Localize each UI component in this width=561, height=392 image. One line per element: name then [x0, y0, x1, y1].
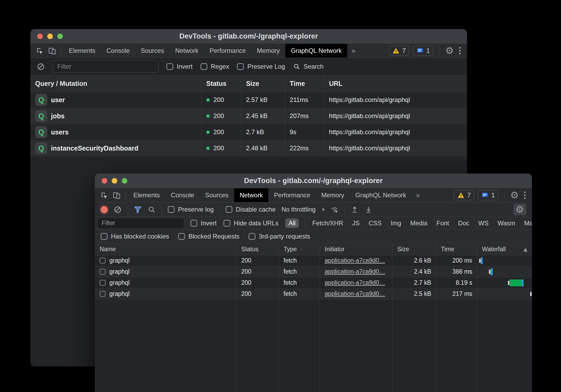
disable-cache-checkbox[interactable] [226, 206, 232, 213]
network-settings-button[interactable]: ⚙ [513, 204, 526, 215]
hide-data-urls-option[interactable]: Hide data URLs [223, 220, 278, 227]
tab-memory[interactable]: Memory [251, 44, 286, 58]
tab-sources[interactable]: Sources [200, 188, 234, 202]
minimize-button[interactable] [47, 34, 53, 39]
more-tabs-icon[interactable]: » [347, 44, 360, 58]
titlebar[interactable]: DevTools - gitlab.com/-/graphql-explorer [30, 29, 467, 44]
column-header-name[interactable]: Name [95, 243, 236, 255]
initiator-link[interactable]: application-a7ca9d0… [325, 268, 385, 275]
inspect-element-icon[interactable] [36, 47, 44, 55]
initiator-link[interactable]: application-a7ca9d0… [325, 290, 385, 297]
regex-checkbox[interactable] [200, 63, 207, 70]
import-har-icon[interactable] [350, 206, 359, 214]
zoom-button[interactable] [57, 34, 63, 39]
close-button[interactable] [102, 178, 107, 184]
row-checkbox[interactable] [100, 291, 106, 297]
column-header-status[interactable]: Status [236, 243, 279, 255]
initiator-link[interactable]: application-a7ca9d0… [325, 257, 385, 264]
row-checkbox[interactable] [100, 269, 106, 275]
clear-icon[interactable] [114, 206, 122, 214]
table-row[interactable]: Quser 200 2.57 kB 211ms https://gitlab.c… [30, 92, 467, 108]
tab-graphql-network[interactable]: GraphQL Network [285, 44, 347, 58]
warnings-badge[interactable]: 7 [454, 190, 474, 200]
type-filter-all[interactable]: All [285, 218, 299, 228]
column-header-size[interactable]: Size [392, 243, 436, 255]
third-party-requests-option[interactable]: 3rd-party requests [249, 233, 310, 240]
blocked-requests-option[interactable]: Blocked Requests [178, 233, 239, 240]
table-row[interactable]: graphql 200 fetch application-a7ca9d0… 2… [95, 288, 532, 300]
invert-checkbox[interactable] [190, 220, 197, 227]
regex-option[interactable]: Regex [200, 63, 229, 70]
column-header-time[interactable]: Time [436, 243, 478, 255]
close-button[interactable] [37, 34, 43, 39]
third-party-requests-checkbox[interactable] [249, 233, 255, 240]
issues-badge[interactable]: 1 [478, 190, 498, 200]
device-toolbar-icon[interactable] [48, 47, 56, 55]
disable-cache-option[interactable]: Disable cache [226, 206, 276, 213]
type-filter-media[interactable]: Media [409, 218, 429, 228]
column-header-size[interactable]: Size [241, 76, 285, 92]
column-header-url[interactable]: URL [324, 76, 467, 92]
export-har-icon[interactable] [364, 206, 373, 214]
table-row[interactable]: graphql 200 fetch application-a7ca9d0… 2… [95, 277, 532, 288]
more-tabs-icon[interactable]: » [412, 188, 424, 202]
filter-funnel-icon[interactable] [134, 206, 142, 214]
type-filter-fetch-xhr[interactable]: Fetch/XHR [311, 218, 345, 228]
network-filter-input[interactable] [98, 218, 184, 228]
row-checkbox[interactable] [100, 280, 106, 286]
type-filter-manifest[interactable]: Manifest [523, 218, 532, 228]
network-conditions-icon[interactable] [330, 206, 339, 214]
clear-icon[interactable] [37, 63, 45, 71]
table-row[interactable]: Qusers 200 2.7 kB 9s https://gitlab.com/… [30, 124, 467, 140]
invert-option[interactable]: Invert [166, 63, 193, 70]
inspect-element-icon[interactable] [100, 191, 108, 199]
has-blocked-cookies-checkbox[interactable] [101, 233, 107, 240]
row-checkbox[interactable] [100, 258, 106, 264]
search-control[interactable]: Search [293, 63, 324, 70]
warnings-badge[interactable]: 7 [389, 46, 409, 56]
zoom-button[interactable] [122, 178, 127, 184]
tab-elements[interactable]: Elements [128, 188, 165, 202]
tab-elements[interactable]: Elements [63, 44, 101, 58]
kebab-menu-icon[interactable] [522, 192, 527, 199]
tab-console[interactable]: Console [101, 44, 135, 58]
kebab-menu-icon[interactable] [457, 47, 462, 54]
tab-performance[interactable]: Performance [204, 44, 251, 58]
device-toolbar-icon[interactable] [113, 191, 121, 199]
type-filter-ws[interactable]: WS [477, 218, 490, 228]
throttling-dropdown[interactable]: No throttling ▾ [281, 206, 324, 213]
tab-console[interactable]: Console [165, 188, 200, 202]
issues-badge[interactable]: 1 [413, 46, 433, 56]
table-row[interactable]: Qjobs 200 2.45 kB 207ms https://gitlab.c… [30, 108, 467, 124]
column-header-waterfall[interactable]: Waterfall ▲ [477, 243, 532, 255]
column-header-status[interactable]: Status [202, 76, 241, 92]
type-filter-css[interactable]: CSS [367, 218, 383, 228]
settings-gear-icon[interactable]: ⚙ [510, 190, 519, 200]
preserve-log-option[interactable]: Preserve log [168, 206, 214, 213]
type-filter-font[interactable]: Font [435, 218, 451, 228]
column-header-initiator[interactable]: Initiator [320, 243, 392, 255]
preserve-log-checkbox[interactable] [168, 206, 175, 213]
invert-option[interactable]: Invert [190, 220, 217, 227]
tab-memory[interactable]: Memory [316, 188, 350, 202]
type-filter-img[interactable]: Img [389, 218, 403, 228]
type-filter-wasm[interactable]: Wasm [496, 218, 517, 228]
column-header-query-mutation[interactable]: Query / Mutation [30, 76, 202, 92]
record-button[interactable] [101, 206, 108, 213]
preserve-log-checkbox[interactable] [237, 63, 244, 70]
table-row[interactable]: graphql 200 fetch application-a7ca9d0… 2… [95, 266, 532, 277]
tab-network[interactable]: Network [170, 44, 204, 58]
type-filter-js[interactable]: JS [351, 218, 361, 228]
minimize-button[interactable] [112, 178, 117, 184]
hide-data-urls-checkbox[interactable] [223, 220, 230, 227]
tab-performance[interactable]: Performance [268, 188, 316, 202]
type-filter-doc[interactable]: Doc [456, 218, 471, 228]
column-header-type[interactable]: Type [279, 243, 320, 255]
preserve-log-option[interactable]: Preserve Log [237, 63, 285, 70]
tab-graphql-network[interactable]: GraphQL Network [350, 188, 412, 202]
table-row[interactable]: QinstanceSecurityDashboard 200 2.48 kB 2… [30, 140, 467, 156]
settings-gear-icon[interactable]: ⚙ [445, 46, 454, 55]
has-blocked-cookies-option[interactable]: Has blocked cookies [101, 233, 169, 240]
filter-input[interactable] [53, 60, 158, 73]
initiator-link[interactable]: application-a7ca9d0… [325, 279, 385, 286]
